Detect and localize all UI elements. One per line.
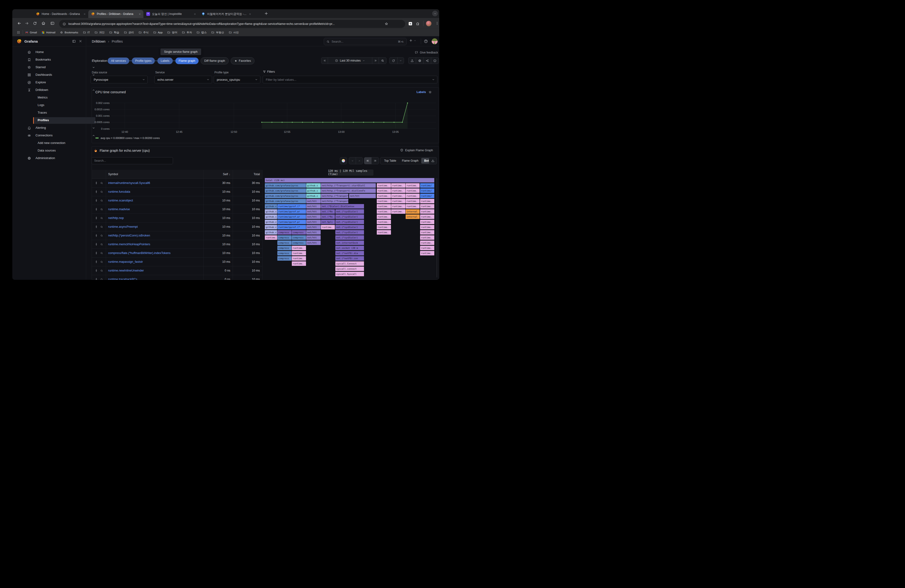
chevron-down-icon[interactable] [92, 65, 95, 69]
flame-box[interactable]: runtime. [265, 235, 277, 240]
time-shift-back-button[interactable] [321, 57, 328, 64]
flame-box[interactable]: runtime. [391, 199, 405, 203]
flame-box[interactable]: runtime. [377, 199, 391, 203]
sidebar-item-traces[interactable]: Traces [12, 110, 86, 116]
symbol-link[interactable]: compress/flate.(*huffmanBitWriter).index… [106, 251, 171, 255]
align-right-button[interactable] [372, 157, 379, 164]
exploration-pill-diff-flame-graph[interactable]: Diff flame graph [201, 57, 229, 64]
exploration-pill-favorites[interactable]: Favorites [231, 57, 254, 64]
sidebar-item-home[interactable]: Home [12, 49, 86, 56]
symbol-link[interactable]: runtime.asyncPreempt [106, 225, 138, 229]
flame-box[interactable]: runtime. [292, 251, 306, 256]
table-row[interactable]: runtime.memclrNoHeapPointers10 ms10 ms [92, 240, 262, 249]
table-row[interactable]: runtime.newInlineUnwinder0 ns10 ms [92, 266, 262, 275]
table-row[interactable]: internal/runtime/syscall.Syscall630 ms30… [92, 179, 262, 188]
breadcrumb-drilldown[interactable]: Drilldown [92, 40, 106, 43]
flame-box[interactable]: github.c [265, 225, 277, 229]
bookmark-item[interactable]: Bookmarks [60, 31, 78, 34]
label-filter-select[interactable]: Filter by label values... [263, 76, 437, 83]
flame-box[interactable]: compress [277, 256, 292, 261]
chart-legend[interactable]: avg cpu = 0.000800 cores / max = 0.00200… [95, 137, 160, 140]
flame-box[interactable]: net.Spli [321, 220, 335, 224]
symbol-link[interactable]: runtime.newInlineUnwinder [106, 269, 144, 272]
settings-button[interactable] [416, 57, 424, 64]
flame-box[interactable]: runtime. [391, 194, 405, 198]
profile-type-select[interactable]: process_cpu/cpu [214, 76, 260, 83]
table-row[interactable]: runtime.tracebackPCs0 ns10 ms [92, 275, 262, 280]
cpu-time-chart[interactable]: 0.002 cores0.0015 cores0.001 cores0.0005… [92, 87, 439, 143]
table-row[interactable]: runtime.madvise10 ms10 ms [92, 205, 262, 214]
flame-box[interactable]: net/htt [349, 194, 376, 198]
flame-box[interactable]: github.c [306, 194, 321, 198]
refresh-interval-button[interactable] [398, 57, 404, 64]
give-feedback-link[interactable]: Give feedback [414, 51, 438, 54]
flame-box[interactable]: net.(*sysDialer) [335, 230, 364, 235]
sidebar-item-profiles[interactable]: Profiles [12, 117, 86, 124]
flame-box[interactable]: runtime. [406, 204, 419, 208]
flame-box[interactable]: github.com/grafana/pyros [265, 183, 306, 188]
global-search-input[interactable]: Search... ⌘+k [324, 38, 406, 45]
add-new-button[interactable] [409, 38, 416, 42]
flame-box[interactable]: syscall.connect [335, 267, 364, 271]
flame-box[interactable]: runtime/pprof.pr [277, 220, 306, 224]
flame-box[interactable]: net.(*Re [321, 209, 335, 214]
flame-box[interactable]: net/htt [306, 220, 321, 224]
flame-box[interactable]: net/http.(*Transport).dialConnFo [321, 188, 376, 193]
flame-box[interactable]: net/htt [306, 209, 321, 214]
expand-all-button[interactable] [356, 157, 362, 164]
flame-box[interactable]: runtime. [406, 194, 419, 198]
flame-box[interactable]: runtime/pprof.(* [277, 204, 306, 208]
back-button[interactable] [17, 21, 22, 25]
flame-box[interactable]: runtime. [420, 230, 434, 235]
flame-box[interactable]: net.(*netFD).dia [335, 251, 364, 256]
flame-box[interactable]: runtime. [420, 209, 434, 214]
flame-box[interactable]: runtime/ [420, 194, 434, 198]
bookmark-item[interactable]: App [153, 31, 163, 34]
flame-box[interactable]: runtime. [420, 235, 434, 240]
flame-box[interactable]: runtime/pprof.wr [277, 215, 306, 219]
apps-grid-icon[interactable] [17, 30, 21, 34]
flame-box[interactable]: runtime. [292, 246, 306, 250]
symbol-link[interactable]: internal/runtime/syscall.Syscall6 [106, 181, 150, 184]
address-bar[interactable]: localhost:3000/a/grafana-pyroscope-app/e… [59, 20, 405, 28]
flame-box[interactable]: runtime. [420, 204, 434, 208]
flame-box[interactable]: net.(*netFD).con [335, 256, 364, 261]
bookmark-item[interactable]: Hotmail [41, 31, 56, 34]
browser-menu-icon[interactable] [435, 21, 439, 25]
flame-box[interactable]: compress [277, 246, 292, 250]
datasource-select[interactable]: Pyroscope [90, 76, 148, 83]
sidebar-item-explore[interactable]: Explore [12, 79, 86, 86]
flame-box[interactable]: runtime. [420, 246, 434, 250]
flame-box[interactable]: runtime. [292, 256, 306, 261]
symbol-link[interactable]: net/http.(*persistConn).isBroken [106, 234, 150, 237]
download-button[interactable] [429, 157, 437, 164]
flame-box[interactable]: runtime. [420, 225, 434, 229]
flame-box[interactable]: runtime. [321, 225, 335, 229]
exploration-pill-flame-graph[interactable]: Flame graph [175, 57, 198, 64]
flame-box[interactable]: runtime. [420, 220, 434, 224]
flame-box[interactable]: runtime. [377, 188, 391, 193]
flame-box[interactable]: runtime. [292, 261, 306, 266]
align-left-button[interactable] [364, 157, 372, 164]
flame-box[interactable]: runtime. [420, 199, 434, 203]
bookmark-item[interactable]: 학습 [109, 31, 119, 34]
sidebar-item-dashboards[interactable]: Dashboards [12, 72, 86, 79]
browser-profile-avatar[interactable] [426, 21, 432, 26]
symbol-link[interactable]: runtime.mapassign_faststr [106, 260, 143, 264]
collapse-all-button[interactable] [349, 157, 356, 164]
table-row[interactable]: net/http.nop10 ms10 ms [92, 214, 262, 222]
bookmark-item[interactable]: 주식 [138, 31, 149, 34]
sidebar-item-add-new-connection[interactable]: Add new connection [12, 140, 86, 147]
table-row[interactable]: runtime.funcdata10 ms10 ms [92, 188, 262, 196]
flame-box[interactable]: net/htt [306, 235, 321, 240]
view-top-table[interactable]: Top Table [381, 157, 399, 164]
tab-search-button[interactable] [432, 11, 438, 16]
exploration-pill-labels[interactable]: Labels [157, 57, 173, 64]
flame-box[interactable]: runtime. [406, 188, 419, 193]
flame-box[interactable]: net.(*Re [321, 215, 335, 219]
flame-box[interactable]: runtime. [391, 188, 405, 193]
flame-box[interactable]: runtime. [377, 194, 391, 198]
flame-box[interactable]: net/htt [306, 225, 321, 229]
browser-tab[interactable]: Home - Dashboards - Grafana [33, 10, 88, 18]
flame-box[interactable]: github.com/grafana/pyros [265, 199, 306, 203]
